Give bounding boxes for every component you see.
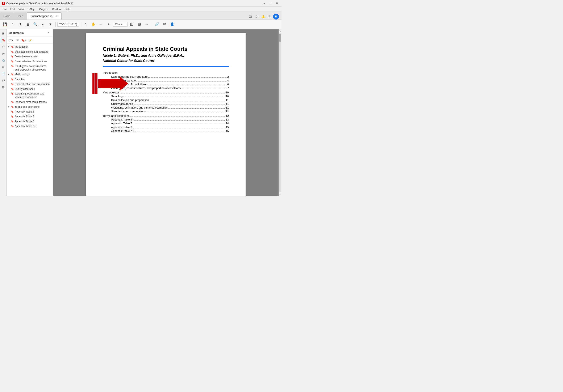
- notification-icon[interactable]: 🔔: [260, 14, 266, 19]
- bookmark-label-appendix-5: Appendix Table 5: [15, 115, 51, 118]
- menu-edit[interactable]: Edit: [9, 7, 16, 11]
- sidebar-attach-icon[interactable]: 📎: [1, 58, 6, 63]
- bookmark-label-data-collection: Data collection and preparation: [15, 83, 51, 86]
- pdf-viewer[interactable]: Criminal Appeals in State Courts Nicole …: [53, 29, 279, 196]
- scroll-down-arrow[interactable]: ▼: [279, 193, 282, 196]
- bookmark-sampling[interactable]: 🔖 Sampling: [7, 77, 53, 82]
- sidebar-search-icon[interactable]: ◎: [1, 51, 6, 56]
- bookmark-court-types[interactable]: 🔖 Court types, court structures, and pro…: [7, 64, 53, 72]
- toc-entry-appendix4: Appendix Table 4 13: [103, 118, 229, 121]
- menu-help[interactable]: Help: [63, 7, 72, 11]
- sidebar-sign-icon[interactable]: ⊞: [1, 84, 6, 90]
- bookmark-reversal-rates[interactable]: 🔖 Reversal rates of convictions: [7, 59, 53, 64]
- menu-bar: File Edit View E-Sign Plug-Ins Window He…: [0, 7, 282, 12]
- sidebar-page-icon[interactable]: ↩: [1, 44, 6, 50]
- svg-rect-5: [92, 73, 95, 94]
- maximize-button[interactable]: □: [268, 1, 273, 6]
- prev-page-button[interactable]: ▲: [39, 21, 46, 28]
- print-button[interactable]: 🖨: [24, 21, 31, 28]
- bookmark-appendix-5[interactable]: 🔖 Appendix Table 5: [7, 114, 53, 119]
- tab-home[interactable]: Home: [0, 13, 14, 20]
- bookmark-terms[interactable]: ▾ 🔖 Terms and definitions: [7, 105, 53, 110]
- link-button[interactable]: 🔗: [154, 21, 161, 28]
- scroll-thumb[interactable]: [279, 34, 281, 42]
- user-avatar[interactable]: N: [273, 14, 279, 20]
- menu-window[interactable]: Window: [51, 7, 63, 11]
- share-icon[interactable]: [248, 14, 253, 19]
- hand-tool[interactable]: ✋: [90, 21, 97, 28]
- page-label: TOC-1: [59, 23, 67, 26]
- toc-entry-data-collection: Data collection and preparation 11: [103, 99, 229, 102]
- bookmarks-header: Bookmarks ✕: [7, 29, 53, 37]
- bookmarks-close-button[interactable]: ✕: [46, 31, 51, 35]
- tab-close-icon[interactable]: ✕: [55, 14, 58, 18]
- bookmark-label-appendix-6: Appendix Table 6: [15, 120, 51, 123]
- bookmark-button[interactable]: ☆: [9, 21, 16, 28]
- separator-1: [55, 22, 56, 27]
- scroll-track[interactable]: [279, 33, 281, 192]
- bookmark-std-error[interactable]: 🔖 Standard error computations: [7, 100, 53, 105]
- email-button[interactable]: ✉: [161, 21, 168, 28]
- search-button[interactable]: 🔍: [32, 21, 39, 28]
- bookmark-icon-appendix-5: 🔖: [11, 115, 14, 118]
- more-tools-button[interactable]: ···: [143, 21, 150, 28]
- zoom-dropdown-icon: ▾: [121, 23, 122, 26]
- bookmark-weighting[interactable]: 🔖 Weighting, estimation, and variance es…: [7, 91, 53, 100]
- sidebar-thumbnail-icon[interactable]: ⊞: [1, 31, 6, 36]
- title-bar-left: A Criminal Appeals in State Court - Adob…: [2, 2, 73, 5]
- menu-plugins[interactable]: Plug-Ins: [37, 7, 50, 11]
- bookmark-appendix-4[interactable]: 🔖 Appendix Table 4: [7, 109, 53, 114]
- scan-button[interactable]: [136, 21, 143, 28]
- bookmark-appendix-6[interactable]: 🔖 Appendix Table 6: [7, 119, 53, 124]
- account-button[interactable]: 👤: [169, 21, 176, 28]
- bookmark-label-overall-reversal: Overall reversal rate: [15, 55, 51, 58]
- bm-properties-button[interactable]: 📝: [27, 38, 33, 43]
- menu-esign[interactable]: E-Sign: [26, 7, 37, 11]
- sidebar-bookmark-icon[interactable]: 🔖: [1, 37, 6, 43]
- next-page-button[interactable]: ▼: [47, 21, 54, 28]
- bookmark-label-quality-assurance: Quality assurance: [15, 87, 51, 91]
- menu-file[interactable]: File: [1, 7, 8, 11]
- bookmark-overall-reversal[interactable]: 🔖 Overall reversal rate: [7, 54, 53, 59]
- toc-entry-appendix5: Appendix Table 5 14: [103, 122, 229, 125]
- menu-view[interactable]: View: [17, 7, 26, 11]
- pdf-subtitle2: National Center for State Courts: [103, 59, 229, 63]
- cursor-tool[interactable]: ↖: [83, 21, 89, 28]
- help-icon[interactable]: ?: [254, 14, 259, 19]
- pdf-title: Criminal Appeals in State Courts: [103, 46, 229, 52]
- bm-expand-button[interactable]: ☰▾: [8, 38, 14, 43]
- tab-document-label: Criminal Appeals in...: [30, 15, 54, 18]
- zoom-out-button[interactable]: −: [98, 21, 104, 28]
- bookmark-icon-sampling: 🔖: [11, 78, 14, 81]
- scroll-up-arrow[interactable]: ▲: [279, 29, 282, 32]
- tab-tools-label: Tools: [17, 15, 23, 18]
- close-button[interactable]: ✕: [274, 1, 280, 6]
- tab-document[interactable]: Criminal Appeals in... ✕: [27, 13, 62, 20]
- pdf-subtitle1: Nicole L. Waters, Ph.D., and Anne Galleg…: [103, 53, 229, 58]
- bm-add-button[interactable]: 🔖+: [21, 38, 26, 43]
- page-indicator[interactable]: TOC-1 (1 of 18): [57, 22, 79, 27]
- bookmark-icon-quality-assurance: 🔖: [11, 88, 14, 90]
- bookmark-quality-assurance[interactable]: 🔖 Quality assurance: [7, 87, 53, 91]
- bm-delete-button[interactable]: 🗑: [15, 38, 20, 43]
- tab-tools[interactable]: Tools: [14, 13, 27, 20]
- apps-icon[interactable]: ⠿: [267, 14, 272, 19]
- bookmark-icon-appendix-6: 🔖: [11, 120, 14, 123]
- upload-button[interactable]: ⬆: [17, 21, 24, 28]
- bookmark-methodology[interactable]: ▾ 🔖 Methodology: [7, 72, 53, 77]
- zoom-in-button[interactable]: +: [105, 21, 112, 28]
- sidebar-page2-icon[interactable]: 📄: [1, 71, 6, 76]
- bookmark-state-appellate[interactable]: 🔖 State appellate court structure: [7, 50, 53, 54]
- sidebar-layers-icon[interactable]: ⧉: [1, 64, 6, 70]
- sidebar-tag-icon[interactable]: 🏷: [1, 78, 6, 83]
- bookmark-data-collection[interactable]: 🔖 Data collection and preparation: [7, 82, 53, 87]
- bookmark-introduction[interactable]: ▾ 🔖 Introduction: [7, 45, 53, 50]
- bookmark-icon-appendix-4: 🔖: [11, 110, 14, 113]
- vertical-scrollbar[interactable]: ▲ ▼: [279, 29, 282, 196]
- fit-page-button[interactable]: [128, 21, 135, 28]
- annotation-arrow: [86, 71, 128, 97]
- save-button[interactable]: 💾: [2, 21, 8, 28]
- minimize-button[interactable]: −: [261, 1, 267, 6]
- bookmark-appendix-78[interactable]: 🔖 Appendix Table 7-8: [7, 124, 53, 129]
- zoom-selector[interactable]: 80% ▾: [113, 22, 128, 27]
